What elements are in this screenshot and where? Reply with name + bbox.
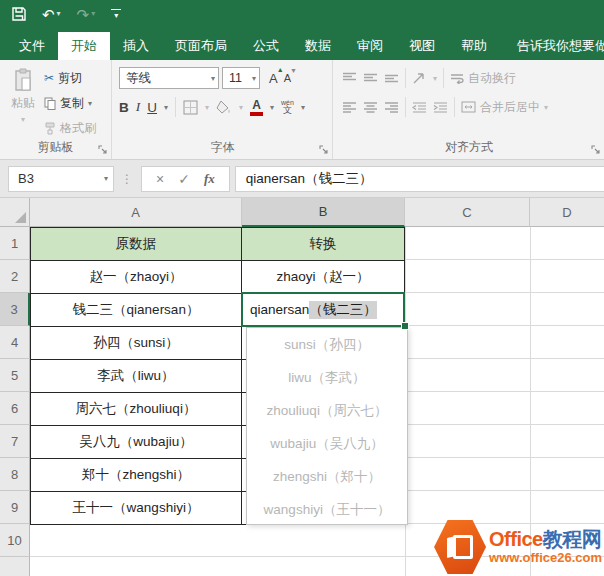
row-header-8[interactable]: 8	[0, 458, 30, 491]
font-size-combobox[interactable]: 11 ▾	[222, 67, 260, 89]
font-name-combobox[interactable]: 等线 ▾	[119, 67, 219, 89]
phonetic-guide-button[interactable]: wén 文	[281, 99, 294, 115]
name-box-dropdown-icon[interactable]: ▾	[104, 174, 113, 183]
cell-a9[interactable]: 王十一（wangshiyi）	[31, 492, 242, 524]
tab-data[interactable]: 数据	[292, 32, 344, 60]
row-header-9[interactable]: 9	[0, 491, 30, 524]
column-header-a[interactable]: A	[30, 198, 242, 227]
orientation-button[interactable]	[412, 72, 427, 85]
tab-view[interactable]: 视图	[396, 32, 448, 60]
redo-button[interactable]: ↷ ▾	[77, 7, 96, 22]
cell-a5[interactable]: 李武（liwu）	[31, 360, 242, 392]
row-header-3[interactable]: 3	[0, 293, 30, 326]
font-color-button[interactable]: A	[250, 99, 263, 116]
paste-dropdown-icon[interactable]: ▾	[21, 115, 25, 124]
align-left-button[interactable]	[342, 101, 357, 113]
alignment-dialog-launcher-icon[interactable]	[591, 145, 601, 155]
underline-button[interactable]: U	[147, 100, 157, 115]
merge-center-button[interactable]: 合并后居中 ▾	[461, 99, 548, 116]
active-cell-b3[interactable]: qianersan（钱二三）	[241, 292, 405, 327]
increase-font-size-button[interactable]: A▲	[269, 71, 278, 86]
borders-button[interactable]	[183, 100, 198, 115]
flash-fill-preview: sunsi（孙四） liwu（李武） zhouliuqi（周六七） wubaji…	[246, 327, 408, 525]
align-top-button[interactable]	[342, 72, 357, 84]
underline-dropdown-icon[interactable]: ▾	[164, 103, 168, 112]
tab-home[interactable]: 开始	[58, 32, 110, 60]
bold-button[interactable]: B	[119, 100, 129, 115]
font-size-buttons: A▲ A▼	[269, 71, 291, 86]
row-header-7[interactable]: 7	[0, 425, 30, 458]
formula-bar-handle[interactable]: ⋮	[121, 172, 134, 186]
orientation-dropdown-icon[interactable]: ▾	[433, 74, 437, 83]
paste-button[interactable]: 粘贴 ▾	[6, 68, 40, 140]
cell-a4[interactable]: 孙四（sunsi）	[31, 327, 242, 359]
cell-a7[interactable]: 吴八九（wubajiu）	[31, 426, 242, 458]
row-header-1[interactable]: 1	[0, 227, 30, 260]
decrease-indent-button[interactable]	[412, 101, 427, 113]
merge-center-dropdown-icon[interactable]: ▾	[544, 103, 548, 112]
column-header-d[interactable]: D	[530, 198, 604, 227]
undo-button[interactable]: ↶ ▾	[42, 7, 61, 22]
cell-b2[interactable]: zhaoyi（赵一）	[242, 261, 404, 293]
align-right-button[interactable]	[384, 101, 399, 113]
cancel-icon[interactable]: ×	[156, 171, 164, 187]
phonetic-dropdown-icon[interactable]: ▾	[301, 103, 305, 112]
align-bottom-button[interactable]	[384, 72, 399, 84]
font-dialog-launcher-icon[interactable]	[319, 145, 329, 155]
name-box[interactable]: B3 ▾	[8, 166, 114, 192]
column-header-c[interactable]: C	[405, 198, 530, 227]
fill-color-button[interactable]	[216, 100, 232, 115]
align-middle-button[interactable]	[363, 72, 378, 84]
formula-input[interactable]: qianersan（钱二三）	[235, 166, 604, 192]
cut-button[interactable]: ✂ 剪切	[44, 68, 96, 88]
row-headers: 1 2 3 4 5 6 7 8 9 10	[0, 227, 30, 576]
row-header-2[interactable]: 2	[0, 260, 30, 293]
tab-help[interactable]: 帮助	[448, 32, 500, 60]
cell-a8[interactable]: 郑十（zhengshi）	[31, 459, 242, 491]
cell-a6[interactable]: 周六七（zhouliuqi）	[31, 393, 242, 425]
font-name-dropdown-icon[interactable]: ▾	[208, 74, 218, 83]
preview-row-b4: sunsi（孙四）	[247, 328, 407, 361]
format-painter-button[interactable]: 格式刷	[44, 118, 96, 138]
tab-insert[interactable]: 插入	[110, 32, 162, 60]
tab-page-layout[interactable]: 页面布局	[162, 32, 240, 60]
tab-formulas[interactable]: 公式	[240, 32, 292, 60]
clipboard-dialog-launcher-icon[interactable]	[98, 145, 108, 155]
wrap-text-button[interactable]: 自动换行	[450, 70, 516, 87]
brand-name: Office	[489, 528, 543, 550]
italic-button[interactable]: I	[136, 99, 141, 115]
decrease-font-size-button[interactable]: A▼	[284, 72, 291, 84]
alignment-row-bottom: 合并后居中 ▾	[342, 96, 548, 118]
row-header-6[interactable]: 6	[0, 392, 30, 425]
borders-dropdown-icon[interactable]: ▾	[205, 103, 209, 112]
customize-quick-access-button[interactable]: ▾	[111, 9, 121, 20]
copy-button[interactable]: 复制 ▾	[44, 93, 96, 113]
cell-a2[interactable]: 赵一（zhaoyi）	[31, 261, 242, 293]
fill-color-dropdown-icon[interactable]: ▾	[239, 103, 243, 112]
separator	[175, 97, 176, 117]
enter-icon[interactable]: ✓	[178, 171, 190, 187]
increase-indent-button[interactable]	[433, 101, 448, 113]
cell-a3[interactable]: 钱二三（qianersan）	[31, 294, 242, 326]
align-center-button[interactable]	[363, 101, 378, 113]
font-color-dropdown-icon[interactable]: ▾	[270, 103, 274, 112]
cell-b1[interactable]: 转换	[242, 228, 404, 260]
font-size-dropdown-icon[interactable]: ▾	[249, 74, 259, 83]
insert-function-icon[interactable]: fx	[204, 171, 215, 187]
merge-center-icon	[461, 101, 476, 113]
row-header-5[interactable]: 5	[0, 359, 30, 392]
save-icon[interactable]	[12, 7, 26, 21]
cell-a1[interactable]: 原数据	[31, 228, 242, 260]
undo-dropdown-icon[interactable]: ▾	[57, 10, 61, 18]
tab-file[interactable]: 文件	[6, 32, 58, 60]
row-header-10[interactable]: 10	[0, 524, 30, 557]
tell-me-search[interactable]: 告诉我你想要做	[510, 32, 604, 60]
fill-handle[interactable]	[401, 322, 409, 330]
select-all-button[interactable]	[0, 198, 30, 227]
copy-icon	[44, 97, 56, 110]
tab-review[interactable]: 审阅	[344, 32, 396, 60]
copy-dropdown-icon[interactable]: ▾	[88, 99, 92, 108]
row-header-4[interactable]: 4	[0, 326, 30, 359]
watermark: Office教程网 www.office26.com	[434, 520, 602, 574]
column-header-b[interactable]: B	[242, 198, 405, 227]
